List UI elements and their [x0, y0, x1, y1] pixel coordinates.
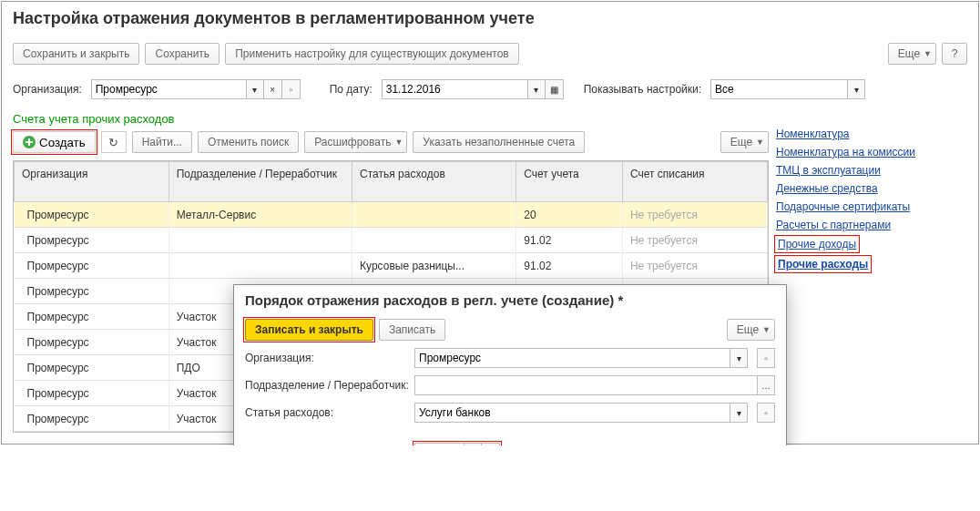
cell-org: Промресурс	[15, 355, 169, 381]
table-row[interactable]: Промресурс91.02Не требуется	[15, 228, 768, 253]
open-icon[interactable]: ▫	[482, 443, 500, 445]
save-button[interactable]: Сохранить	[145, 43, 219, 65]
col-item[interactable]: Статья расходов	[352, 162, 516, 202]
more-button[interactable]: Еще▼	[888, 43, 936, 65]
section-title: Счета учета прочих расходов	[2, 107, 978, 128]
dialog-item-label: Статья расходов:	[245, 406, 409, 419]
col-dept[interactable]: Подразделение / Переработчик	[168, 162, 352, 202]
table-row[interactable]: ПромресурсКурсовые разницы...91.02Не тре…	[15, 253, 768, 279]
calendar-icon[interactable]: ▦	[546, 79, 564, 99]
show-unfilled-button[interactable]: Указать незаполненные счета	[413, 131, 585, 153]
cell-acct: 20	[516, 202, 623, 228]
help-button[interactable]: ?	[942, 43, 967, 65]
chevron-down-icon[interactable]: ▾	[246, 79, 264, 99]
dialog-dept-label: Подразделение / Переработчик:	[245, 379, 409, 392]
decode-button[interactable]: Расшифровать▼	[304, 131, 407, 153]
link-money[interactable]: Денежные средства	[776, 182, 915, 195]
open-icon[interactable]: ▫	[757, 348, 775, 368]
apply-button[interactable]: Применить настройку для существующих док…	[225, 43, 519, 65]
cell-dept	[168, 253, 352, 279]
cell-dept: Металл-Сервис	[168, 202, 352, 228]
clear-icon[interactable]: ×	[264, 79, 282, 99]
cell-writeoff: Не требуется	[622, 202, 767, 228]
link-partners[interactable]: Расчеты с партнерами	[776, 219, 915, 231]
org-field: ▾ × ▫	[91, 79, 301, 99]
date-input[interactable]	[382, 79, 527, 99]
table-row[interactable]: ПромресурсМеталл-Сервис20Не требуется	[15, 202, 768, 228]
cell-org: Промресурс	[15, 330, 169, 355]
chevron-down-icon[interactable]: ▾	[464, 443, 482, 445]
chevron-down-icon[interactable]: ▾	[730, 403, 748, 423]
col-writeoff[interactable]: Счет списания	[622, 162, 767, 202]
chevron-down-icon: ▼	[924, 49, 932, 58]
org-input[interactable]	[91, 79, 246, 99]
date-label: По дату:	[330, 83, 373, 96]
cancel-find-button[interactable]: Отменить поиск	[198, 131, 299, 153]
refresh-icon: ↻	[108, 136, 118, 149]
create-button[interactable]: Создать	[13, 131, 96, 153]
side-links: Номенклатура Номенклатура на комиссии ТМ…	[776, 128, 915, 271]
filter-row: Организация: ▾ × ▫ По дату: ▾ ▦ Показыва…	[2, 72, 978, 107]
sub-more-button[interactable]: Еще▼	[720, 131, 769, 153]
cell-acct: 91.02	[516, 253, 623, 279]
chevron-down-icon: ▼	[394, 138, 403, 147]
dialog-item-input[interactable]	[414, 403, 730, 423]
cell-item: Курсовые разницы...	[352, 253, 516, 279]
cell-org: Промресурс	[15, 279, 169, 304]
cell-org: Промресурс	[15, 406, 169, 432]
cell-item	[352, 228, 516, 253]
col-acct[interactable]: Счет учета	[516, 162, 623, 202]
main-toolbar: Сохранить и закрыть Сохранить Применить …	[2, 36, 978, 72]
cell-acct: 91.02	[516, 228, 623, 253]
show-label: Показывать настройки:	[584, 83, 701, 96]
chevron-down-icon[interactable]: ▾	[847, 79, 865, 99]
dialog-acct-input[interactable]	[414, 443, 464, 445]
dialog-org-label: Организация:	[245, 352, 409, 364]
dialog-toolbar: Записать и закрыть Записать Еще▼	[234, 315, 786, 344]
cell-writeoff: Не требуется	[622, 253, 767, 279]
dialog-title: Порядок отражения расходов в регл. учете…	[234, 285, 786, 315]
cell-org: Промресурс	[15, 304, 169, 330]
org-label: Организация:	[13, 83, 82, 96]
page-title: Настройка отражения документов в регламе…	[13, 9, 967, 28]
show-input[interactable]	[710, 79, 847, 99]
link-tmc[interactable]: ТМЦ в эксплуатации	[776, 164, 915, 177]
cell-org: Промресурс	[15, 228, 169, 253]
cell-org: Промресурс	[15, 202, 169, 228]
link-nomenclature[interactable]: Номенклатура	[776, 128, 915, 140]
main-window: Настройка отражения документов в регламе…	[1, 1, 979, 445]
plus-icon	[23, 136, 36, 148]
refresh-button[interactable]: ↻	[101, 131, 127, 153]
link-other-expenses[interactable]: Прочие расходы	[778, 258, 868, 271]
cell-dept	[168, 228, 352, 253]
cell-org: Промресурс	[15, 253, 169, 279]
sub-toolbar: Создать ↻ Найти... Отменить поиск Расшиф…	[13, 128, 769, 160]
cell-org: Промресурс	[15, 381, 169, 406]
chevron-down-icon: ▼	[756, 138, 764, 147]
dialog-dept-input[interactable]	[414, 375, 757, 395]
dialog-save-button[interactable]: Записать	[379, 319, 445, 341]
dialog-save-close-button[interactable]: Записать и закрыть	[245, 319, 373, 341]
find-button[interactable]: Найти...	[132, 131, 192, 153]
link-other-income[interactable]: Прочие доходы	[778, 238, 856, 250]
dialog-org-input[interactable]	[414, 348, 730, 368]
chevron-down-icon[interactable]: ▾	[527, 79, 546, 99]
open-icon[interactable]: ▫	[282, 79, 301, 99]
ellipsis-icon[interactable]: …	[757, 375, 775, 395]
create-dialog: Порядок отражения расходов в регл. учете…	[233, 284, 787, 445]
cell-item	[352, 202, 516, 228]
open-icon[interactable]: ▫	[757, 403, 775, 423]
link-nomenclature-commission[interactable]: Номенклатура на комиссии	[776, 146, 915, 158]
show-field: ▾	[710, 79, 865, 99]
link-gift[interactable]: Подарочные сертификаты	[776, 200, 915, 213]
cell-writeoff: Не требуется	[622, 228, 767, 253]
col-org[interactable]: Организация	[15, 162, 169, 202]
date-field: ▾ ▦	[382, 79, 564, 99]
chevron-down-icon[interactable]: ▾	[730, 348, 748, 368]
save-close-button[interactable]: Сохранить и закрыть	[13, 43, 139, 65]
chevron-down-icon: ▼	[762, 325, 771, 334]
dialog-more-button[interactable]: Еще▼	[727, 319, 775, 341]
